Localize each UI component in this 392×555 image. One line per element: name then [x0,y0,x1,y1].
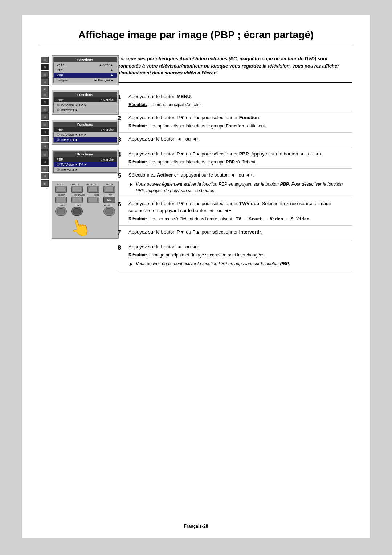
remote-row1-labels: HOLD DUAL III LIST/FLOF CANCEL [53,183,117,186]
screen2-header: Fonctions [54,92,117,97]
step-3: 3 Appuyez sur le bouton ◄– ou ◄+. [118,133,352,147]
step-4-content: Appuyez sur le bouton P▼ ou P▲ pour séle… [128,150,352,166]
label-list: LIST/FLOF [86,183,97,186]
step-6-result-label: Résultat: [128,216,147,222]
s2-icon-4: ⊟ [41,113,49,120]
label-pip: PIP [109,194,112,196]
screen1-row1: Veille◄ Arrêt ► [54,62,117,68]
screen3-subheader: PBP: Marche [54,127,117,132]
btn-dual[interactable] [71,186,83,193]
side-icon-3: ▤ [41,71,49,78]
step-1-result: Résultat: Le menu principal s'affiche. [128,101,352,108]
label-psize: P/SIZE [59,204,66,207]
s3-icon-2: ⊞ [41,129,49,135]
btn-size[interactable] [87,197,99,203]
step-4: 4 Appuyez sur le bouton P▼ ou P▲ pour sé… [118,147,352,169]
footer-text: Français-28 [184,524,208,529]
label-hold: HOLD [57,183,63,186]
s2-icon-3: ▤ [41,106,49,113]
step-5-main: Sélectionnez Activer en appuyant sur le … [128,171,352,179]
remote-row3-btns [53,207,117,216]
step-1-num: 1 [118,93,125,108]
label-sleep: SLEEP [58,194,65,196]
btn-list[interactable] [87,186,99,193]
right-column: Lorsque des périphériques Audio/Vidéo ex… [118,55,352,271]
content-area: ▤ ⊞ ▤ ⊟ ▣ Fonctions Veille◄ Arrêt ► PIP► [40,55,352,271]
screen1-row3-pbp: PBP► [54,73,117,78]
label-pbp: PBP [77,204,81,207]
step-2-result: Résultat: Les options disponibles dans l… [128,123,352,129]
step-5: 5 Sélectionnez Activer en appuyant sur l… [118,169,352,197]
step-7-content: Appuyez sur le bouton P▼ ou P▲ pour séle… [128,228,352,237]
s3-icon-1: ▤ [41,121,49,128]
label-size: SIZE [94,194,99,196]
step-8-result-text: L'image principale et l'image secondaire… [149,252,352,258]
step-4-result-text: Les options disponibles dans le groupe P… [149,159,352,165]
remote-row1-btns [53,186,117,193]
step-2-result-label: Résultat: [128,123,147,129]
s2-icon-1: ▤ [41,92,49,98]
s3-icon-3: ▤ [41,136,49,142]
step-1-content: Appuyez sur le bouton MENU. Résultat: Le… [128,93,352,108]
step-1-result-label: Résultat: [128,101,147,108]
btn-sleep[interactable] [55,197,67,203]
step-8: 8 Appuyez sur le bouton ◄– ou ◄+. Résult… [118,240,352,272]
label-cancel: CANCEL [104,183,113,186]
screen3-wrapper: ▤ ⊞ ▤ ⊟ ▣ Fonctions PBP: Marche ① TV/Vid… [52,120,109,145]
left-column: ▤ ⊞ ▤ ⊟ ▣ Fonctions Veille◄ Arrêt ► PIP► [40,55,109,271]
remote-row2-btns: ON [53,197,117,203]
screen1-row2: PIP► [54,68,117,73]
btn-cancel[interactable] [103,186,115,193]
screen1-row4: Langue◄ Français► [54,78,117,83]
footer: Français-28 [40,524,352,529]
screen3: Fonctions PBP: Marche ① TV/Video ◄ TV ► … [52,120,119,145]
remote-row2-labels: SLEEP SUBPAGE SIZE PIP [53,194,117,196]
screen4-row2: ⑤ Intervertir ► [54,167,117,172]
label-subpage: SUBPAGE [74,194,85,196]
s3-icon-4: ⊟ [41,143,49,150]
btn-pbp[interactable] [71,207,83,216]
note-arrow-8: ➤ [128,260,133,268]
step-4-num: 4 [118,150,125,166]
step-2-result-text: Les options disponibles dans le groupe F… [149,123,352,129]
screen3-header: Fonctions [54,122,117,127]
step-5-content: Sélectionnez Activer en appuyant sur le … [128,171,352,194]
btn-psize[interactable] [55,207,67,216]
btn-hold[interactable] [55,186,67,193]
step-8-num: 8 [118,243,125,268]
s4-icon-4: ⊟ [41,173,49,179]
step-3-num: 3 [118,135,125,144]
step-6-result: Résultat: Les sources s'affichent dans l… [128,216,352,222]
step-1-result-text: Le menu principal s'affiche. [149,101,352,108]
step-6-result-text: Les sources s'affichent dans l'ordre sui… [149,216,352,222]
step-3-content: Appuyez sur le bouton ◄– ou ◄+. [128,135,352,144]
screen2: Fonctions PBP: Marche ① TV/Video ◄ TV ► … [52,90,119,115]
step-8-result-label: Résultat: [128,252,147,258]
step-6-num: 6 [118,200,125,222]
screen4-row1-tv: ① TV/Video ◄ TV ► [54,162,117,167]
step-7-num: 7 [118,228,125,237]
screen2-row2: ⑤ Intervertir ► [54,108,117,113]
remote-row3-labels: P/SIZE PBP LOCATE [53,204,117,207]
step-8-content: Appuyez sur le bouton ◄– ou ◄+. Résultat… [128,243,352,268]
step-2-main: Appuyez sur le bouton P▼ ou P▲ pour séle… [128,114,352,121]
screen4-wrapper: ▤ ⊞ ▤ ⊟ ▣ Fonctions PBP: Marche ① TV/Vid… [52,150,109,174]
s2-icon-2: ⊞ [41,99,49,105]
s4-icon-1: ▤ [41,151,49,158]
note-arrow-5: ➤ [128,181,133,194]
btn-locate[interactable] [103,207,115,216]
step-6-main: Appuyez sur le bouton P▼ ou P▲ pour séle… [128,200,352,214]
s4-icon-2: ⊞ [41,158,49,165]
step-5-num: 5 [118,171,125,194]
step-4-result: Résultat: Les options disponibles dans l… [128,159,352,165]
hand-pointer-area: 👆 [53,218,117,236]
step-8-note: ➤ Vous pouvez également activer la fonct… [128,260,352,268]
step-7-main: Appuyez sur le bouton P▼ ou P▲ pour séle… [128,228,352,236]
side-icon-4: ⊟ [41,78,49,85]
btn-subpage[interactable] [71,197,83,203]
label-dual: DUAL III [70,183,78,186]
step-7: 7 Appuyez sur le bouton P▼ ou P▲ pour sé… [118,226,352,240]
btn-pip[interactable]: ON [103,197,115,203]
screen2-row1: ① TV/Video ◄ TV ► [54,102,117,108]
screen3-row2-intervertir: ⑤ Intervertir ► [54,137,117,142]
